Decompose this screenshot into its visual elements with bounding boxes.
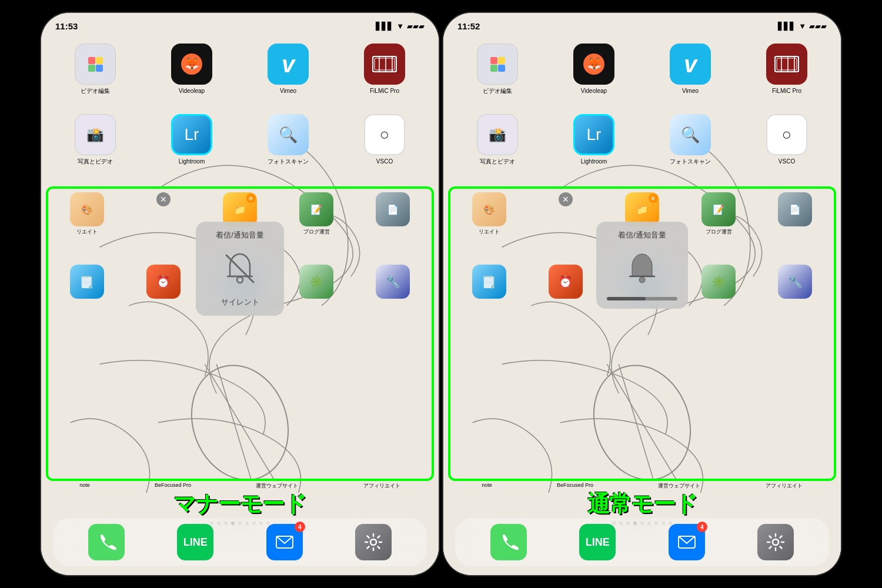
svg-rect-23 [775,56,799,72]
svg-point-30 [639,277,645,283]
mode-text-left: マナーモード [41,489,439,519]
dock-settings-right[interactable] [757,524,794,560]
app-label-videoleap: Videoleap [179,88,205,95]
status-bar-left: 11:53 ▋▋▋ ▼ ▰▰▰ [41,13,439,39]
volume-bar-fill-right [607,297,646,300]
app-label-lightroom: Lightroom [179,158,205,165]
app-label-photos-r: 写真とビデオ [480,158,515,165]
app-label-filmic: FiLMiC Pro [370,88,399,95]
app-label-filmic-r: FiLMiC Pro [772,88,801,95]
app-filmic-r[interactable]: FiLMiC Pro [741,44,832,95]
dock-left: LINE 4 [53,518,427,566]
svg-rect-7 [375,58,395,70]
dock-mail-right[interactable]: 4 [669,524,705,560]
app-video-edit-r[interactable]: ビデオ編集 [452,44,543,95]
svg-point-16 [370,539,376,545]
app-lightroom[interactable]: Lr Lightroom [146,114,237,165]
app-label-vsco: VSCO [376,158,393,165]
app-videoleap-r[interactable]: 🦊 Videoleap [549,44,639,95]
app-label-videoleap-r: Videoleap [581,88,607,95]
app-photos-r[interactable]: 📸 写真とビデオ [452,114,543,165]
wifi-icon-r: ▼ [799,22,806,31]
left-phone: 11:53 ▋▋▋ ▼ ▰▰▰ [40,12,440,576]
app-label-vimeo: Vimeo [280,88,296,95]
volume-title-right: 着信/通知音量 [618,230,666,240]
dock-settings-left[interactable] [355,524,392,560]
app-videoleap[interactable]: 🦊 Videoleap [146,44,237,95]
volume-status-left: サイレント [221,297,259,308]
time-left: 11:53 [55,21,78,31]
volume-bar-right [607,297,677,300]
svg-text:🦊: 🦊 [587,56,602,71]
time-right: 11:52 [457,21,480,31]
dock-line-left[interactable]: LINE [177,524,213,560]
app-photoscan-r[interactable]: 🔍 フォトスキャン [645,114,736,165]
app-label-photos: 写真とビデオ [78,158,113,165]
dock-mail-left[interactable]: 4 [266,524,303,560]
app-vimeo-r[interactable]: v Vimeo [645,44,736,95]
app-vsco[interactable]: ○ VSCO [339,114,430,165]
app-vimeo[interactable]: v Vimeo [243,44,333,95]
svg-point-32 [773,539,779,545]
dock-phone-right[interactable] [490,524,527,560]
right-phone: 11:52 ▋▋▋ ▼ ▰▰▰ [442,12,842,576]
volume-overlay-left: 着信/通知音量 サイレント [196,222,284,316]
app-vsco-r[interactable]: ○ VSCO [741,114,832,165]
wifi-icon: ▼ [396,22,404,31]
app-video-edit[interactable]: ビデオ編集 [50,44,141,95]
mail-badge-right: 4 [697,522,707,532]
app-label-photoscan: フォトスキャン [268,158,309,165]
app-label-lightroom-r: Lightroom [581,158,607,165]
volume-title-left: 着信/通知音量 [216,230,264,240]
svg-point-13 [237,277,243,283]
svg-rect-6 [373,56,396,72]
svg-text:🦊: 🦊 [185,56,199,71]
app-lightroom-r[interactable]: Lr Lightroom [549,114,639,165]
dock-phone-left[interactable] [88,524,125,560]
battery-icon: ▰▰▰ [407,22,425,31]
mail-badge-left: 4 [295,522,305,532]
app-label-photoscan-r: フォトスキャン [670,158,711,165]
volume-overlay-right: 着信/通知音量 [596,222,688,309]
battery-icon-r: ▰▰▰ [809,22,827,31]
app-label-vsco-r: VSCO [779,158,795,165]
status-icons-right: ▋▋▋ ▼ ▰▰▰ [778,22,827,31]
signal-icon: ▋▋▋ [376,22,393,31]
app-label-video-edit: ビデオ編集 [81,88,110,95]
mode-text-right: 通常モード [443,489,841,519]
app-filmic[interactable]: FiLMiC Pro [339,44,430,95]
status-bar-right: 11:52 ▋▋▋ ▼ ▰▰▰ [443,13,841,39]
svg-rect-24 [777,58,797,70]
app-photos[interactable]: 📸 写真とビデオ [50,114,141,165]
app-label-vimeo-r: Vimeo [682,88,699,95]
app-photoscan[interactable]: 🔍 フォトスキャン [243,114,333,165]
app-label-video-edit-r: ビデオ編集 [483,88,512,95]
status-icons-left: ▋▋▋ ▼ ▰▰▰ [376,22,425,31]
dock-line-right[interactable]: LINE [579,524,616,560]
dock-right: LINE 4 [455,518,829,566]
signal-icon-r: ▋▋▋ [778,22,796,31]
